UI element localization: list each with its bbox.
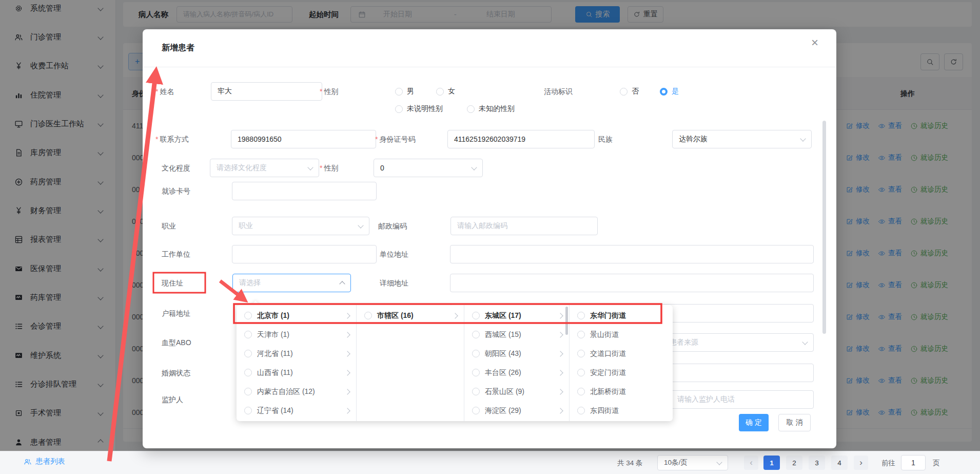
- chevron-down-icon: [800, 136, 806, 141]
- app-root: 系统管理 门诊管理 收费工作站 住院管理 门诊医生工作站 库房管理: [0, 0, 980, 474]
- postal-code-input[interactable]: 请输入邮政编码: [450, 217, 598, 235]
- gender-radio-unspecified[interactable]: 未说明性别: [395, 102, 443, 116]
- radio-icon: [364, 312, 372, 319]
- cascader-option[interactable]: 丰台区 (26): [464, 363, 569, 382]
- radio-icon: [436, 88, 444, 96]
- goto-page-value: 1: [911, 459, 915, 467]
- goto-page-input[interactable]: 1: [901, 455, 926, 470]
- modal-scrollbar[interactable]: [822, 121, 826, 334]
- radio-icon: [244, 388, 252, 395]
- chevron-right-icon: [344, 389, 350, 394]
- work-unit-input[interactable]: [232, 245, 377, 263]
- radio-icon: [244, 312, 252, 319]
- postal-code-placeholder: 请输入邮政编码: [457, 221, 507, 231]
- sidebar-subitem-patient-list[interactable]: 患者列表: [24, 457, 65, 466]
- chevron-right-icon: [344, 313, 350, 318]
- sidebar-subitem-label: 患者列表: [35, 457, 65, 466]
- education-placeholder: 请选择文化程度: [217, 163, 267, 173]
- cascader-option[interactable]: 北新桥街道: [570, 382, 673, 401]
- page-button-3[interactable]: 3: [809, 456, 825, 470]
- gender-radio-unknown[interactable]: 未知的性别: [467, 102, 515, 116]
- id-number-label: *身份证号码: [375, 130, 415, 148]
- confirm-button[interactable]: 确 定: [739, 414, 769, 431]
- page-button-2[interactable]: 2: [786, 456, 802, 470]
- users-icon: [24, 458, 32, 466]
- active-flag-radio-yes[interactable]: 是: [660, 82, 679, 101]
- cascader-option[interactable]: 河北省 (11): [237, 344, 356, 363]
- radio-icon: [577, 331, 585, 338]
- detail-address-label: 详细地址: [380, 274, 408, 292]
- chevron-right-icon: [557, 332, 563, 337]
- cascader-option[interactable]: 西城区 (15): [464, 325, 569, 344]
- id-number-input[interactable]: 411625192602039719: [447, 130, 595, 148]
- active-flag-label: 活动标识: [544, 82, 573, 101]
- modal-title: 新增患者: [162, 43, 194, 53]
- cascader-option[interactable]: 石景山区 (9): [464, 382, 569, 401]
- education-select[interactable]: 请选择文化程度: [210, 159, 319, 177]
- page-button-4[interactable]: 4: [831, 456, 848, 470]
- ethnicity-select[interactable]: 达斡尔族: [672, 130, 812, 148]
- chevron-right-icon: [557, 351, 563, 356]
- gender-radio-male[interactable]: 男: [395, 82, 414, 101]
- cascader-option[interactable]: 东四街道: [570, 401, 673, 420]
- cascader-option[interactable]: 山西省 (11): [237, 363, 356, 382]
- current-address-label: 现住址: [162, 274, 183, 292]
- cascader-option[interactable]: 海淀区 (29): [464, 401, 569, 420]
- ethnicity-value: 达斡尔族: [679, 135, 708, 144]
- gender-select[interactable]: 0: [374, 159, 483, 177]
- radio-icon: [472, 312, 480, 319]
- cancel-button[interactable]: 取 消: [778, 414, 811, 431]
- radio-icon: [577, 312, 585, 319]
- radio-icon: [577, 407, 585, 414]
- cascader-option[interactable]: 东城区 (17): [464, 306, 569, 325]
- name-input[interactable]: 牢大: [211, 82, 322, 101]
- current-address-cascader-select[interactable]: 请选择: [232, 274, 351, 292]
- prev-page-button[interactable]: ‹: [744, 456, 758, 470]
- radio-icon: [244, 369, 252, 376]
- radio-icon: [472, 369, 480, 376]
- cascader-option[interactable]: 天津市 (1): [237, 325, 356, 344]
- cascader-street-column: 东华门街道 景山街道 交道口街道 安定门街道 北新桥街道 东四街道: [570, 305, 673, 421]
- chevron-right-icon: [344, 332, 350, 337]
- detail-address-input[interactable]: [450, 274, 814, 292]
- gender-radio-female[interactable]: 女: [436, 82, 455, 101]
- page-button-1[interactable]: 1: [763, 456, 780, 470]
- radio-icon: [472, 331, 480, 338]
- chevron-right-icon: [452, 313, 458, 318]
- unit-address-label: 单位地址: [380, 245, 408, 263]
- id-number-value: 411625192602039719: [454, 135, 525, 143]
- work-unit-label: 工作单位: [162, 245, 190, 263]
- cascader-option[interactable]: 市辖区 (16): [357, 306, 464, 325]
- required-marker: *: [155, 135, 158, 143]
- required-marker: *: [320, 164, 322, 172]
- visit-card-input[interactable]: [232, 182, 377, 200]
- name-label: *姓名: [155, 82, 174, 101]
- page-size-select[interactable]: 10条/页: [657, 455, 728, 470]
- cascader-option[interactable]: 朝阳区 (43): [464, 344, 569, 363]
- required-marker: *: [320, 87, 322, 96]
- cascader-option[interactable]: 北京市 (1): [237, 306, 356, 325]
- contact-input[interactable]: 19880991650: [231, 130, 376, 148]
- gender-select-value: 0: [380, 164, 384, 172]
- cascader-option[interactable]: 景山街道: [570, 325, 673, 344]
- close-icon[interactable]: ×: [811, 35, 818, 50]
- next-page-button[interactable]: ›: [854, 456, 868, 470]
- column-scrollbar[interactable]: [565, 307, 568, 335]
- radio-icon: [577, 369, 585, 376]
- radio-icon: [577, 350, 585, 357]
- total-count: 共 34 条: [617, 459, 643, 468]
- radio-icon: [395, 105, 403, 113]
- cascader-option[interactable]: 安定门街道: [570, 363, 673, 382]
- radio-icon: [244, 331, 252, 338]
- active-flag-radio-no[interactable]: 否: [620, 82, 639, 101]
- cascader-option[interactable]: 辽宁省 (14): [237, 401, 356, 420]
- cascader-option[interactable]: 东华门街道: [570, 306, 673, 325]
- ethnicity-label: 民族: [598, 130, 613, 148]
- blood-type-label: 血型ABO: [162, 333, 191, 352]
- cascader-option[interactable]: 交道口街道: [570, 344, 673, 363]
- occupation-select[interactable]: 职业: [232, 217, 369, 235]
- cascader-province-column: 北京市 (1) 天津市 (1) 河北省 (11) 山西省 (11) 内蒙古自治区…: [237, 305, 357, 421]
- unit-address-input[interactable]: [450, 245, 814, 263]
- cascader-option[interactable]: 内蒙古自治区 (12): [237, 382, 356, 401]
- radio-icon: [244, 350, 252, 357]
